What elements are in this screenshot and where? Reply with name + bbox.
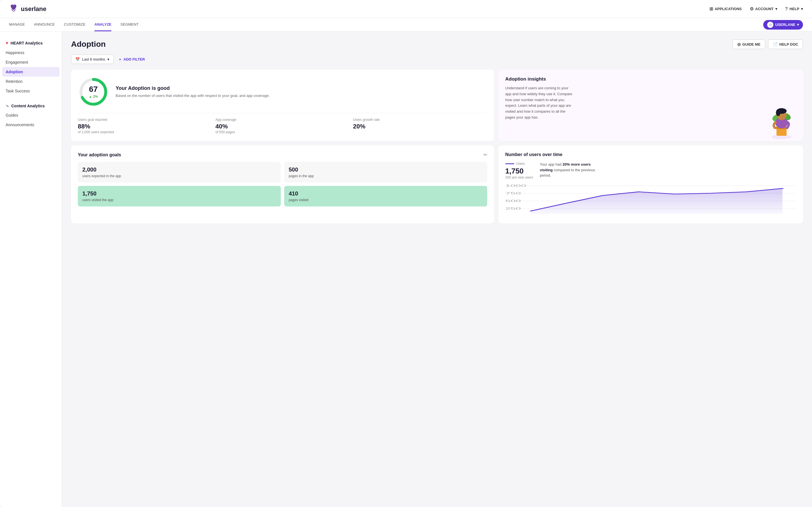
goal-value: 2,000 (82, 166, 276, 173)
nav-customize[interactable]: CUSTOMIZE (64, 18, 86, 31)
sidebar-item-happiness[interactable]: Happiness (0, 48, 62, 57)
stat-sub: of 500 pages (215, 130, 350, 134)
stat-label: Users goal reached (78, 118, 212, 122)
stat-value: 40% (215, 123, 350, 130)
user-menu[interactable]: ☺ USERLANE ▾ (763, 20, 803, 30)
donut-center: 67 ▲ 2% (89, 85, 98, 99)
sidebar-item-adoption[interactable]: Adoption (2, 67, 59, 76)
content-analytics-header: ∿ Content Analytics (0, 101, 62, 110)
goal-label: users expected in the app (82, 174, 276, 178)
edit-icon[interactable]: ✏ (484, 152, 487, 158)
applications-btn[interactable]: ⊞ APPLICATIONS (709, 6, 742, 11)
svg-text:750: 750 (505, 191, 521, 195)
goal-item-pages-visited: 410 pages visited (284, 186, 487, 207)
chevron-down-icon: ▾ (801, 7, 803, 11)
svg-point-12 (776, 109, 780, 116)
users-count: 1,750 (505, 167, 533, 175)
goal-item-pages: 500 pages in the app (284, 162, 487, 182)
chevron-down-icon: ▾ (797, 22, 799, 27)
stat-label: Users growth rate (353, 118, 487, 122)
add-filter-button[interactable]: ＋ ADD FILTER (118, 57, 145, 62)
goal-value: 410 (289, 190, 483, 197)
goal-item-users-visited: 1,750 users visited the app (78, 186, 281, 207)
goal-item-users-expected: 2,000 users expected in the app (78, 162, 281, 182)
heart-analytics-header: ♥ HEART Analytics (0, 38, 62, 48)
top-nav: userlane ⊞ APPLICATIONS ⚙ ACCOUNT ▾ ? HE… (0, 0, 812, 18)
svg-text:250: 250 (505, 207, 521, 210)
main-layout: ♥ HEART Analytics Happiness Engagement A… (0, 32, 812, 507)
sub-nav: MANAGE ANNOUNCE CUSTOMIZE ANALYZE SEGMEN… (0, 18, 812, 32)
users-insight: Your app had 20% more users visiting com… (540, 162, 596, 178)
avatar: ☺ (767, 22, 773, 28)
insights-title: Adoption insights (505, 76, 796, 82)
stat-label: App coverage (215, 118, 350, 122)
goal-label: users visited the app (82, 198, 276, 202)
score-card: 67 ▲ 2% Your Adoption is good Based on t… (71, 69, 494, 141)
goals-header: Your adoption goals ✏ (78, 152, 487, 158)
heart-icon: ♥ (6, 41, 8, 46)
plus-icon: ＋ (118, 57, 122, 62)
score-desc-text: Based on the number of users that visite… (116, 93, 269, 99)
chevron-down-icon: ▾ (107, 57, 109, 61)
nav-segment[interactable]: SEGMENT (120, 18, 139, 31)
calendar-icon: 📅 (75, 57, 80, 61)
account-btn[interactable]: ⚙ ACCOUNT ▾ (750, 6, 777, 11)
logo: userlane (9, 3, 47, 14)
stat-growth-rate: Users growth rate 20% (353, 118, 487, 134)
stat-value: 88% (78, 123, 212, 130)
users-label: Users (505, 162, 533, 166)
sidebar-item-task-success[interactable]: Task Success (0, 86, 62, 96)
sidebar-item-engagement[interactable]: Engagement (0, 57, 62, 67)
nav-analyze[interactable]: ANALYZE (94, 18, 111, 31)
logo-text: userlane (21, 5, 47, 13)
stat-value: 20% (353, 123, 487, 130)
sidebar-item-announcements[interactable]: Announcements (0, 120, 62, 129)
score-title: Your Adoption is good (116, 86, 269, 91)
bottom-cards-row: Your adoption goals ✏ 2,000 users expect… (71, 145, 803, 223)
top-cards-row: 67 ▲ 2% Your Adoption is good Based on t… (71, 69, 803, 141)
date-filter-dropdown[interactable]: 📅 Last 6 months ▾ (71, 55, 114, 64)
score-delta: ▲ 2% (89, 95, 98, 99)
guide-me-button[interactable]: ◎ GUIDE ME (732, 40, 765, 49)
sidebar: ♥ HEART Analytics Happiness Engagement A… (0, 32, 62, 507)
score-top: 67 ▲ 2% Your Adoption is good Based on t… (78, 76, 487, 107)
score-stats: Users goal reached 88% of 2,000 users ex… (78, 113, 487, 134)
stat-users-goal: Users goal reached 88% of 2,000 users ex… (78, 118, 212, 134)
content-area: Adoption ◎ GUIDE ME 📄 HELP DOC 📅 Last 6 … (62, 32, 812, 507)
sidebar-item-retention[interactable]: Retention (0, 76, 62, 86)
filter-bar: 📅 Last 6 months ▾ ＋ ADD FILTER (71, 55, 803, 64)
top-nav-right: ⊞ APPLICATIONS ⚙ ACCOUNT ▾ ? HELP ▾ (709, 6, 803, 11)
sidebar-item-guides[interactable]: Guides (0, 110, 62, 120)
score-value: 67 (89, 85, 98, 94)
nav-manage[interactable]: MANAGE (9, 18, 25, 31)
help-btn[interactable]: ? HELP ▾ (785, 6, 803, 11)
sub-nav-right: ☺ USERLANE ▾ (763, 20, 803, 30)
users-time-title: Number of users over time (505, 152, 796, 157)
stat-app-coverage: App coverage 40% of 500 pages (215, 118, 350, 134)
goals-card: Your adoption goals ✏ 2,000 users expect… (71, 145, 494, 223)
score-description: Your Adoption is good Based on the numbe… (116, 86, 269, 99)
logo-icon (9, 3, 18, 14)
chart-icon: ∿ (6, 104, 9, 108)
goals-title: Your adoption goals (78, 152, 121, 158)
goal-label: pages in the app (289, 174, 483, 178)
header-actions: ◎ GUIDE ME 📄 HELP DOC (732, 40, 803, 49)
guide-me-icon: ◎ (737, 42, 741, 47)
page-header: Adoption ◎ GUIDE ME 📄 HELP DOC (71, 40, 803, 49)
users-time-card: Number of users over time Users 1,750 20… (499, 145, 803, 223)
help-icon: ? (785, 6, 788, 11)
help-doc-icon: 📄 (773, 42, 777, 47)
donut-chart: 67 ▲ 2% (78, 76, 109, 107)
goals-grid: 2,000 users expected in the app 500 page… (78, 162, 487, 207)
users-stat: Users 1,750 200 are new users (505, 162, 533, 179)
help-doc-button[interactable]: 📄 HELP DOC (768, 40, 803, 49)
sub-nav-left: MANAGE ANNOUNCE CUSTOMIZE ANALYZE SEGMEN… (9, 18, 139, 31)
illustration (765, 98, 799, 141)
gear-icon: ⚙ (750, 6, 754, 11)
insights-description: Understand if users are coming to your a… (505, 86, 573, 121)
svg-text:500: 500 (505, 199, 521, 203)
sidebar-divider (0, 96, 62, 101)
nav-announce[interactable]: ANNOUNCE (34, 18, 55, 31)
insights-card: Adoption insights Understand if users ar… (499, 69, 803, 141)
insight-bold: 20% more users visiting (540, 162, 591, 172)
